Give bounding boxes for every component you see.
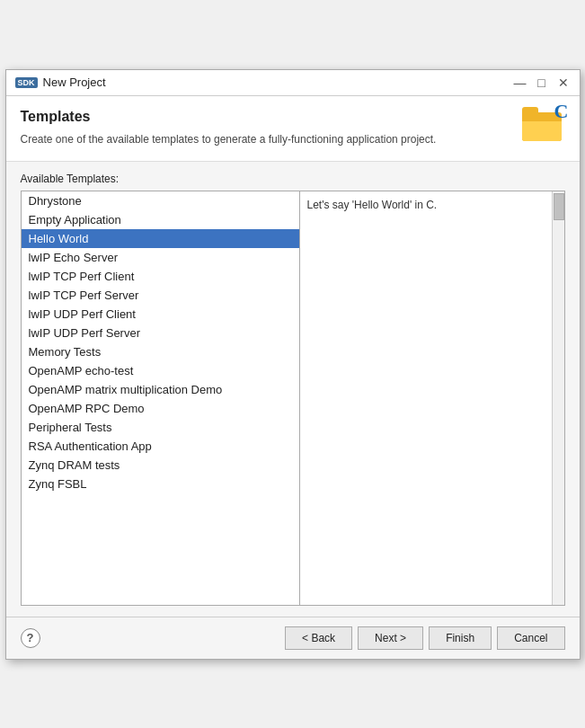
- template-list-item[interactable]: lwIP UDP Perf Server: [22, 324, 299, 342]
- back-button[interactable]: < Back: [285, 626, 352, 650]
- maximize-button[interactable]: □: [535, 75, 549, 90]
- c-language-icon: C: [554, 100, 569, 123]
- footer-buttons: < Back Next > Finish Cancel: [285, 626, 564, 650]
- template-list-item[interactable]: Hello World: [22, 229, 299, 248]
- close-button[interactable]: ✕: [556, 75, 571, 90]
- template-list[interactable]: DhrystoneEmpty ApplicationHello WorldlwI…: [22, 191, 300, 605]
- template-description-text: Let's say 'Hello World' in C.: [307, 199, 438, 211]
- help-button[interactable]: ?: [21, 628, 40, 648]
- template-list-item[interactable]: Dhrystone: [22, 191, 299, 210]
- title-controls: — □ ✕: [513, 75, 571, 90]
- template-panels: DhrystoneEmpty ApplicationHello WorldlwI…: [21, 191, 565, 606]
- content-section: Available Templates: DhrystoneEmpty Appl…: [6, 162, 580, 617]
- template-list-item[interactable]: Empty Application: [22, 210, 299, 229]
- template-description-panel: Let's say 'Hello World' in C.: [300, 191, 564, 605]
- description-scrollbar[interactable]: [552, 191, 564, 605]
- header-text: Templates Create one of the available te…: [21, 109, 437, 147]
- template-list-item[interactable]: OpenAMP matrix multiplication Demo: [22, 380, 299, 399]
- header-section: Templates Create one of the available te…: [6, 96, 580, 162]
- footer-left: ?: [21, 628, 40, 648]
- title-bar-left: SDK New Project: [15, 75, 106, 89]
- template-list-item[interactable]: OpenAMP echo-test: [22, 361, 299, 380]
- finish-button[interactable]: Finish: [429, 626, 492, 650]
- template-list-item[interactable]: Memory Tests: [22, 342, 299, 361]
- available-templates-label: Available Templates:: [21, 173, 565, 185]
- template-list-item[interactable]: lwIP UDP Perf Client: [22, 305, 299, 324]
- template-list-item[interactable]: Peripheral Tests: [22, 418, 299, 437]
- page-title: Templates: [21, 109, 437, 125]
- cancel-button[interactable]: Cancel: [497, 626, 564, 650]
- template-list-item[interactable]: OpenAMP RPC Demo: [22, 399, 299, 418]
- template-list-item[interactable]: RSA Authentication App: [22, 437, 299, 456]
- scrollbar-thumb: [554, 193, 564, 220]
- header-description: Create one of the available templates to…: [21, 132, 437, 147]
- minimize-button[interactable]: —: [513, 75, 527, 90]
- template-list-item[interactable]: lwIP TCP Perf Server: [22, 286, 299, 305]
- title-bar: SDK New Project — □ ✕: [6, 70, 580, 96]
- dialog-title: New Project: [43, 75, 106, 89]
- template-list-item[interactable]: lwIP TCP Perf Client: [22, 267, 299, 286]
- next-button[interactable]: Next >: [358, 626, 423, 650]
- footer-section: ? < Back Next > Finish Cancel: [6, 617, 580, 659]
- template-list-item[interactable]: lwIP Echo Server: [22, 248, 299, 267]
- sdk-badge: SDK: [15, 77, 38, 88]
- header-folder-icon: C: [522, 105, 565, 148]
- template-list-item[interactable]: Zynq FSBL: [22, 475, 299, 493]
- new-project-dialog: SDK New Project — □ ✕ Templates Create o…: [5, 69, 581, 660]
- template-list-item[interactable]: Zynq DRAM tests: [22, 456, 299, 475]
